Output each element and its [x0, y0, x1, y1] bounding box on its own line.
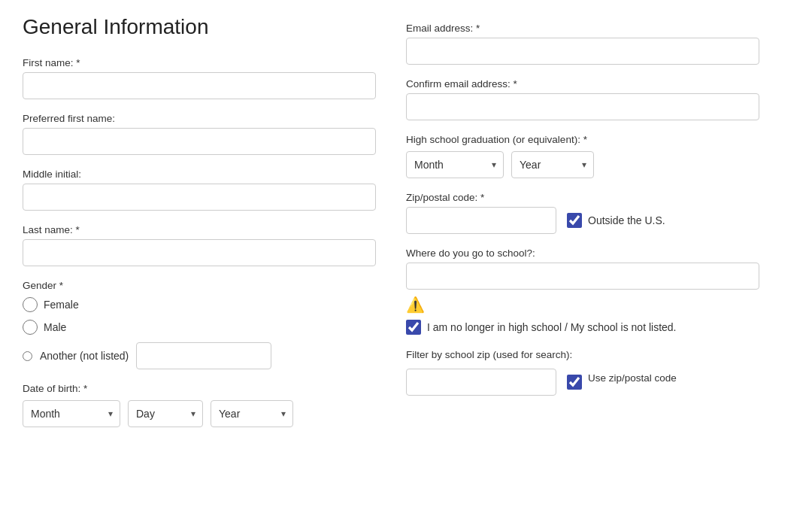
last-name-group: Last name: *: [23, 224, 376, 266]
hs-graduation-label: High school graduation (or equivalent): …: [406, 134, 759, 145]
confirm-email-input[interactable]: [406, 93, 759, 120]
filter-zip-input[interactable]: [406, 369, 556, 396]
preferred-first-name-label: Preferred first name:: [23, 113, 376, 124]
email-label: Email address: *: [406, 23, 759, 34]
preferred-first-name-group: Preferred first name:: [23, 113, 376, 155]
use-zip-checkbox[interactable]: [567, 375, 582, 390]
use-zip-label: Use zip/postal code: [588, 372, 677, 386]
dob-label: Date of birth: *: [23, 383, 376, 394]
dob-year-select[interactable]: Year 2010200920082007 2006200520042003 2…: [211, 400, 293, 427]
email-group: Email address: *: [406, 23, 759, 65]
error-icon: ⚠️: [406, 296, 759, 314]
confirm-email-label: Confirm email address: *: [406, 78, 759, 90]
middle-initial-label: Middle initial:: [23, 168, 376, 180]
last-name-input[interactable]: [23, 239, 376, 266]
page-title: General Information: [23, 15, 376, 39]
gender-label: Gender *: [23, 280, 376, 291]
dob-year-wrapper: Year 2010200920082007 2006200520042003 2…: [211, 400, 293, 427]
first-name-label: First name: *: [23, 57, 376, 68]
school-input[interactable]: [406, 263, 759, 290]
dob-day-select[interactable]: Day 12345 678910 1112131415 1617181920 2…: [128, 400, 203, 427]
outside-us-item: Outside the U.S.: [567, 213, 665, 228]
gender-female-item: Female: [23, 297, 376, 312]
middle-initial-input[interactable]: [23, 184, 376, 211]
outside-us-label: Outside the U.S.: [588, 214, 665, 226]
gender-another-label: Another (not listed): [40, 350, 129, 362]
last-name-label: Last name: *: [23, 224, 376, 235]
email-input[interactable]: [406, 38, 759, 65]
hs-graduation-group: High school graduation (or equivalent): …: [406, 134, 759, 178]
confirm-email-group: Confirm email address: *: [406, 78, 759, 120]
no-longer-label: I am no longer in high school / My schoo…: [427, 321, 677, 333]
first-name-group: First name: *: [23, 57, 376, 99]
school-group: Where do you go to school?:: [406, 247, 759, 290]
hs-month-wrapper: Month January February March April May J…: [406, 151, 504, 178]
gender-female-label: Female: [44, 299, 79, 311]
hs-year-select[interactable]: Year 2028202720262025 2024202320222021 2…: [511, 151, 594, 178]
gender-female-radio[interactable]: [23, 297, 38, 312]
gender-another-input[interactable]: [136, 342, 271, 369]
dob-month-wrapper: Month January February March April May J…: [23, 400, 120, 427]
filter-zip-label: Filter by school zip (used for search):: [406, 348, 759, 363]
zip-group: Zip/postal code: *: [406, 192, 759, 203]
first-name-input[interactable]: [23, 72, 376, 99]
no-longer-checkbox[interactable]: [406, 320, 421, 335]
gender-male-radio[interactable]: [23, 320, 38, 335]
zip-label: Zip/postal code: *: [406, 192, 759, 203]
gender-male-item: Male: [23, 320, 376, 335]
no-longer-checkbox-item: I am no longer in high school / My schoo…: [406, 320, 759, 335]
preferred-first-name-input[interactable]: [23, 128, 376, 155]
school-label: Where do you go to school?:: [406, 247, 759, 259]
filter-zip-row: Use zip/postal code: [406, 369, 759, 396]
dob-month-select[interactable]: Month January February March April May J…: [23, 400, 120, 427]
gender-male-label: Male: [44, 321, 66, 333]
dob-group: Date of birth: * Month January February …: [23, 383, 376, 427]
hs-year-wrapper: Year 2028202720262025 2024202320222021 2…: [511, 151, 594, 178]
gender-another-radio[interactable]: [23, 351, 32, 361]
zip-row: Outside the U.S.: [406, 207, 759, 234]
hs-month-select[interactable]: Month January February March April May J…: [406, 151, 504, 178]
gender-another-item: Another (not listed): [23, 342, 376, 369]
use-zip-item: Use zip/postal code: [567, 372, 677, 392]
middle-initial-group: Middle initial:: [23, 168, 376, 211]
dob-day-wrapper: Day 12345 678910 1112131415 1617181920 2…: [128, 400, 203, 427]
outside-us-checkbox[interactable]: [567, 213, 582, 228]
filter-zip-group: Filter by school zip (used for search): …: [406, 348, 759, 396]
zip-input[interactable]: [406, 207, 556, 234]
gender-group: Gender * Female Male Another (not listed…: [23, 280, 376, 369]
